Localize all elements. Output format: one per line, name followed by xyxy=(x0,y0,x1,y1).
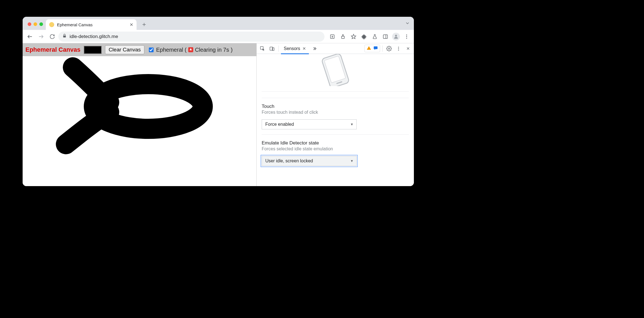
clear-canvas-button[interactable]: Clear Canvas xyxy=(105,45,144,54)
share-button[interactable] xyxy=(338,32,348,42)
idle-section: Emulate Idle Detector state Forces selec… xyxy=(262,134,409,166)
window-close-button[interactable] xyxy=(28,22,31,26)
favicon-icon xyxy=(49,22,54,27)
devtools-settings-button[interactable] xyxy=(385,44,393,53)
chevron-down-icon: ▼ xyxy=(350,122,354,126)
devtools-tab-label: Sensors xyxy=(284,46,300,51)
devtools-panel: Sensors ✕ xyxy=(257,43,414,186)
tab-strip: Ephemeral Canvas ✕ ＋ xyxy=(23,17,414,30)
idle-select-value: User idle, screen locked xyxy=(265,158,313,163)
app-toolbar: Ephemeral Canvas Clear Canvas Ephemeral … xyxy=(23,43,256,56)
window-minimize-button[interactable] xyxy=(34,22,37,26)
page-viewport: Ephemeral Canvas Clear Canvas Ephemeral … xyxy=(23,43,257,186)
svg-point-10 xyxy=(395,35,397,37)
page-title: Ephemeral Canvas xyxy=(25,46,80,53)
window-zoom-button[interactable] xyxy=(39,22,43,26)
avatar-icon xyxy=(392,33,400,41)
svg-point-22 xyxy=(398,49,399,50)
svg-point-12 xyxy=(406,36,407,37)
svg-point-19 xyxy=(388,48,390,49)
inspect-element-button[interactable] xyxy=(258,44,267,53)
back-button[interactable] xyxy=(25,32,35,42)
tab-title: Ephemeral Canvas xyxy=(57,22,93,27)
idle-desc: Forces selected idle state emulation xyxy=(262,146,409,151)
svg-marker-7 xyxy=(351,34,356,39)
issues-button[interactable] xyxy=(364,45,380,52)
menu-button[interactable] xyxy=(402,32,412,42)
ephemeral-label-suffix: ) xyxy=(231,47,233,53)
feedback-icon xyxy=(373,46,378,51)
more-tabs-button[interactable] xyxy=(310,44,318,53)
profile-button[interactable] xyxy=(391,32,401,42)
devtools-tabs: Sensors ✕ xyxy=(257,43,414,54)
reload-button[interactable] xyxy=(47,32,57,42)
devtools-close-button[interactable]: ✕ xyxy=(404,44,412,53)
svg-rect-2 xyxy=(63,35,66,37)
install-app-button[interactable] xyxy=(327,32,337,42)
tabs-overflow-button[interactable] xyxy=(405,21,410,27)
device-toolbar-button[interactable] xyxy=(268,44,276,53)
touch-title: Touch xyxy=(262,104,409,109)
devtools-body: Touch Forces touch instead of click Forc… xyxy=(257,54,414,186)
forward-button[interactable] xyxy=(36,32,46,42)
orientation-illustration xyxy=(262,54,409,92)
devtools-menu-button[interactable] xyxy=(394,44,403,53)
tab-close-button[interactable]: ✕ xyxy=(130,22,133,27)
browser-tab[interactable]: Ephemeral Canvas ✕ xyxy=(46,19,137,30)
devtools-tab-sensors[interactable]: Sensors ✕ xyxy=(281,43,309,54)
ephemeral-checkbox[interactable] xyxy=(149,48,154,52)
svg-point-11 xyxy=(406,34,407,35)
toolbar-right xyxy=(326,32,412,42)
touch-select-value: Force enabled xyxy=(265,122,294,127)
chevron-down-icon: ▼ xyxy=(350,159,354,163)
address-bar[interactable]: idle-detection.glitch.me xyxy=(58,32,325,42)
svg-rect-8 xyxy=(383,35,388,38)
color-picker[interactable] xyxy=(84,46,102,54)
labs-button[interactable] xyxy=(370,32,380,42)
window-controls xyxy=(26,22,46,30)
svg-point-13 xyxy=(406,38,407,39)
touch-select[interactable]: Force enabled ▼ xyxy=(262,119,357,129)
svg-point-20 xyxy=(398,47,399,48)
drawing-canvas[interactable] xyxy=(23,56,256,186)
warning-icon xyxy=(366,46,371,51)
close-tab-icon[interactable]: ✕ xyxy=(302,46,306,51)
side-panel-button[interactable] xyxy=(380,32,390,42)
extensions-button[interactable] xyxy=(359,32,369,42)
url-text: idle-detection.glitch.me xyxy=(70,34,118,39)
siren-icon xyxy=(188,47,193,52)
browser-toolbar: idle-detection.glitch.me xyxy=(23,30,414,43)
svg-rect-18 xyxy=(374,46,378,49)
lock-icon xyxy=(62,34,67,39)
ephemeral-toggle[interactable]: Ephemeral ( Clearing in 7s ) xyxy=(148,47,233,53)
touch-desc: Forces touch instead of click xyxy=(262,110,409,115)
bookmark-button[interactable] xyxy=(349,32,359,42)
ephemeral-countdown: Clearing in 7s xyxy=(195,47,229,53)
touch-section: Touch Forces touch instead of click Forc… xyxy=(262,98,409,129)
browser-window: Ephemeral Canvas ✕ ＋ idle-d xyxy=(23,17,414,186)
svg-point-21 xyxy=(398,48,399,49)
idle-title: Emulate Idle Detector state xyxy=(262,140,409,146)
new-tab-button[interactable]: ＋ xyxy=(139,20,149,29)
idle-select[interactable]: User idle, screen locked ▼ xyxy=(262,156,357,166)
phone-icon xyxy=(319,54,352,86)
ephemeral-label-prefix: Ephemeral ( xyxy=(156,47,187,53)
